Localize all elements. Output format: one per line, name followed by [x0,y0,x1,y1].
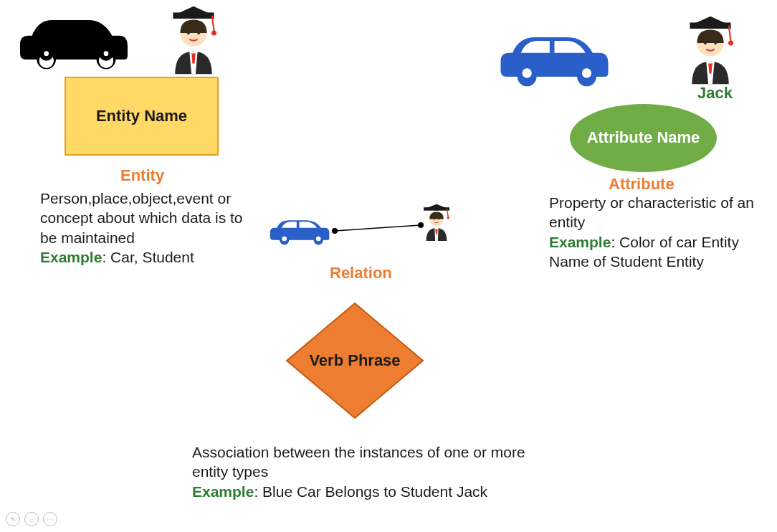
relation-example-label: Example [192,483,254,500]
entity-description: Person,place,object,event or concept abo… [40,189,262,267]
student-icon-attribute [678,14,743,86]
zoom-button[interactable]: ⌕ [24,512,39,526]
svg-point-3 [104,51,109,56]
entity-heading: Entity [120,166,164,185]
jack-label: Jack [697,84,733,103]
svg-point-36 [447,217,449,219]
svg-point-7 [211,30,216,35]
svg-point-28 [418,222,424,228]
svg-point-22 [704,42,707,44]
entity-rectangle: Entity Name [65,77,219,156]
blue-car-icon [492,23,617,95]
black-car-icon [13,6,135,77]
svg-point-9 [187,32,190,34]
more-button[interactable]: ⋯ [43,512,57,526]
relation-shape-label: Verb Phrase [305,351,405,370]
attribute-shape-label: Attribute Name [573,128,715,147]
svg-point-38 [433,218,434,219]
relation-diamond: Verb Phrase [290,296,419,425]
svg-point-31 [282,237,287,242]
svg-point-20 [728,40,733,45]
entity-example-label: Example [40,249,102,265]
svg-line-26 [335,225,421,231]
svg-point-32 [316,237,321,242]
entity-shape-label: Entity Name [96,107,187,125]
svg-point-27 [332,228,338,234]
svg-point-10 [197,32,200,34]
student-icon [161,4,226,76]
svg-point-23 [714,42,717,44]
pen-tool-button[interactable]: ✎ [6,512,20,526]
attribute-example-label: Example [549,234,611,250]
attribute-description: Property or characteristic of an entity … [549,193,771,271]
attribute-heading: Attribute [609,175,674,194]
svg-point-2 [44,51,49,56]
relation-description: Association between the instances of one… [192,442,565,501]
relation-heading: Relation [330,264,392,282]
svg-point-15 [523,68,532,77]
viewer-toolbar: ✎ ⌕ ⋯ [6,512,57,526]
svg-point-39 [439,218,440,219]
attribute-ellipse: Attribute Name [570,104,717,172]
svg-point-16 [582,68,591,77]
relation-connector [267,202,467,252]
